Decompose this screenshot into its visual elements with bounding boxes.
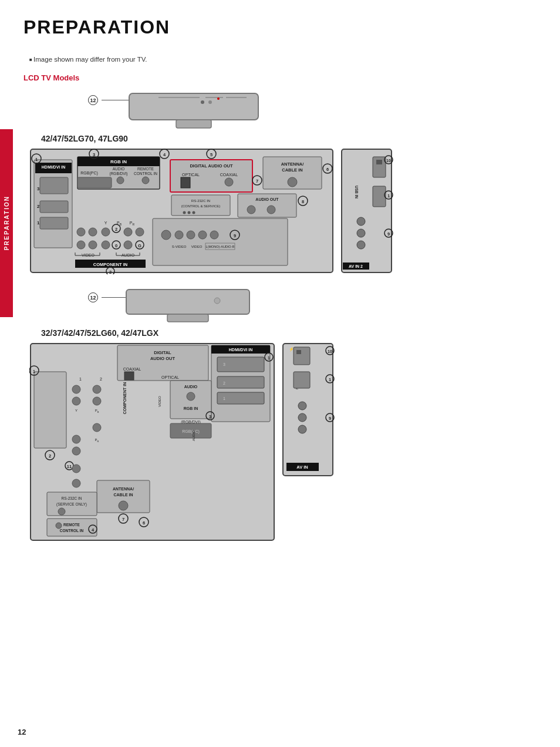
svg-text:2: 2 [223,381,225,385]
svg-text:RS-232C IN: RS-232C IN [61,496,82,500]
svg-text:5: 5 [210,152,212,157]
svg-text:AUDIO: AUDIO [192,430,195,441]
svg-text:RGB(PC): RGB(PC) [80,171,98,176]
svg-text:0: 0 [115,243,117,248]
svg-text:3: 3 [223,362,225,366]
model2-side-panel-svg: ⚡ USB IN 10 HDMI IN 4 1 [282,342,335,477]
svg-point-177 [72,465,80,473]
svg-text:AV IN 2: AV IN 2 [349,264,363,268]
svg-text:(RGB/DVI): (RGB/DVI) [109,171,127,176]
svg-text:DIGITAL AUDIO OUT: DIGITAL AUDIO OUT [190,163,233,169]
svg-text:ANTENNA/: ANTENNA/ [113,487,134,491]
svg-text:REMOTE: REMOTE [137,167,154,171]
svg-rect-109 [376,160,382,164]
svg-text:COMPONENT IN: COMPONENT IN [123,382,127,414]
svg-point-190 [58,508,65,515]
svg-point-174 [72,447,80,455]
svg-text:10: 10 [386,159,391,163]
svg-point-89 [161,230,171,240]
svg-text:CONTROL IN: CONTROL IN [134,171,157,176]
svg-text:9: 9 [387,231,390,237]
svg-text:6: 6 [326,167,329,172]
svg-text:CABLE IN: CABLE IN [282,167,302,173]
svg-rect-124 [126,290,249,314]
svg-point-4 [201,100,204,104]
side-preparation-tab: PREPARATION [0,129,13,317]
side-tab-text: PREPARATION [4,196,10,250]
svg-text:2: 2 [37,204,40,209]
svg-text:HDMI/DVI IN: HDMI/DVI IN [229,348,252,352]
page-number: 12 [18,728,26,736]
svg-point-138 [93,397,101,405]
svg-text:AUDIO: AUDIO [113,167,125,171]
svg-rect-12 [40,177,68,194]
svg-point-93 [210,231,218,239]
svg-text:S-VIDEO: S-VIDEO [172,245,187,248]
svg-point-69 [102,241,110,249]
svg-point-53 [247,206,255,214]
svg-point-67 [77,241,85,249]
svg-text:L(MONO)-AUDIO-R: L(MONO)-AUDIO-R [206,245,235,248]
svg-text:10: 10 [328,349,332,354]
svg-text:AV IN: AV IN [296,465,308,470]
svg-text:Y: Y [104,221,107,225]
svg-point-62 [102,228,110,236]
svg-point-92 [198,231,207,239]
svg-rect-14 [40,217,68,229]
svg-point-60 [77,228,85,236]
svg-text:CABLE IN: CABLE IN [113,493,133,497]
svg-text:9: 9 [329,416,331,421]
svg-point-68 [89,241,97,249]
svg-rect-125 [167,314,208,322]
svg-point-90 [175,231,183,239]
svg-text:DIGITAL: DIGITAL [154,350,171,355]
svg-point-134 [72,385,80,393]
svg-point-119 [357,241,365,249]
svg-point-91 [187,231,195,239]
svg-rect-159 [124,372,134,380]
svg-text:3: 3 [209,414,211,419]
model1-side-panel-svg: USB IN 10 HDMI IN 4 1 VIDEO L(MONO)-AUDI… [340,148,393,274]
page-title: PREPARATION [23,16,542,38]
svg-text:COAXIAL: COAXIAL [123,367,141,371]
svg-point-49 [188,211,191,214]
svg-rect-113 [373,186,386,207]
svg-point-208 [298,402,306,410]
svg-text:7: 7 [122,517,124,522]
svg-text:3: 3 [93,152,95,157]
svg-text:AUDIO OUT: AUDIO OUT [255,197,279,201]
model2-section: 12 32/37/42/47/52LG60, 42/47LGX [23,288,542,544]
page-content: PREPARATION Image shown may differ from … [0,0,560,572]
svg-text:1: 1 [79,377,82,381]
svg-text:AUDIO: AUDIO [184,385,198,389]
svg-point-170 [93,423,101,432]
svg-text:OPTICAL: OPTICAL [182,173,200,177]
svg-text:11: 11 [67,464,72,469]
svg-point-42 [225,178,233,186]
svg-text:CONTROL IN: CONTROL IN [60,529,84,533]
svg-point-32 [142,177,149,184]
model2-title: 32/37/42/47/52LG60, 42/47LGX [41,328,542,338]
svg-rect-7 [176,120,211,128]
svg-text:ANTENNA/: ANTENNA/ [281,161,305,167]
svg-point-163 [187,392,195,401]
svg-text:1: 1 [223,396,225,401]
svg-point-194 [56,523,62,529]
svg-point-135 [72,397,80,405]
svg-point-72 [124,241,132,249]
svg-point-54 [267,206,275,214]
note-line: Image shown may differ from your TV. [29,56,542,63]
model1-section: 12 [23,90,542,276]
svg-text:AUDIO OUT: AUDIO OUT [150,356,176,361]
svg-text:3: 3 [37,186,40,191]
svg-rect-41 [181,177,190,188]
svg-point-118 [357,229,365,237]
svg-text:1: 1 [268,356,270,360]
svg-text:OPTICAL: OPTICAL [161,375,179,379]
svg-rect-200 [296,350,301,354]
svg-point-103 [288,177,297,187]
svg-point-48 [183,211,186,214]
svg-point-50 [193,211,195,214]
svg-text:USB IN: USB IN [355,186,359,198]
svg-point-25 [117,177,124,184]
